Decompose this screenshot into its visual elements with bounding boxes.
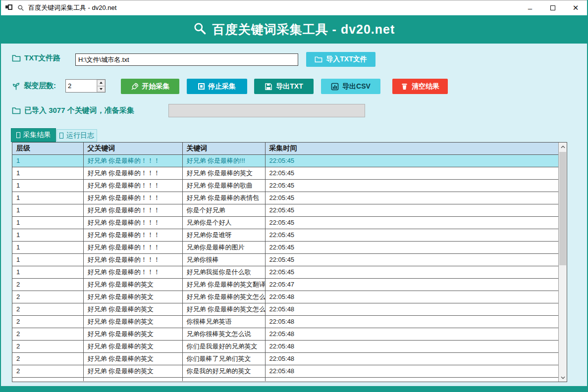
table-cell: 好兄弟 你是最棒的！！！ <box>83 266 182 278</box>
tab-log[interactable]: 运行日志 <box>56 129 97 142</box>
close-button[interactable]: ✕ <box>564 0 587 15</box>
title-bar: 百度关键词采集工具 - dv20.net – ✕ <box>1 0 587 15</box>
table-cell: 好兄弟你是谁呀 <box>182 229 265 241</box>
table-cell: 22:05:45 <box>265 179 558 192</box>
table-cell: 22:05:48 <box>265 365 558 377</box>
status-group: 已导入 3077 个关键词，准备采集 <box>12 106 134 115</box>
table-row[interactable]: 1好兄弟 你是最棒的！！！兄弟你是最棒的图片22:05:45 <box>12 241 558 253</box>
table-cell: 你们是我最好的兄弟英文 <box>182 340 265 352</box>
table-cell: 2 <box>12 352 83 365</box>
table-row[interactable]: 2好兄弟 你是最棒的英文你们是我最好的兄弟英文22:05:48 <box>12 340 558 352</box>
export-txt-button[interactable]: 导出TXT <box>254 79 314 94</box>
table-row[interactable]: 2好兄弟 你是最棒的英文兄弟你很棒英文怎么说22:05:48 <box>12 328 558 340</box>
export-csv-button[interactable]: 导出CSV <box>321 79 380 94</box>
table-cell: 1 <box>12 253 83 266</box>
table-cell: 1 <box>12 179 83 192</box>
start-collect-label: 开始采集 <box>142 82 170 91</box>
table-cell: 2 <box>12 328 83 340</box>
table-cell: 好兄弟我挺你是什么歌 <box>182 266 265 278</box>
scroll-down-button[interactable] <box>559 373 567 382</box>
status-text: 已导入 3077 个关键词，准备采集 <box>24 106 134 115</box>
table-row[interactable]: 2好兄弟 你是最棒的英文好兄弟 你是最棒的英文翻译22:05:47 <box>12 278 558 291</box>
chevron-down-icon <box>561 376 565 379</box>
table-row[interactable]: 1好兄弟 你是最棒的！！！好兄弟我挺你是什么歌22:05:45 <box>12 266 558 278</box>
file-path-input[interactable] <box>75 53 298 66</box>
stop-collect-label: 停止采集 <box>208 82 236 91</box>
table-cell: 好兄弟 你是最棒的！！！ <box>83 253 182 266</box>
file-path-label-group: TXT文件路 <box>12 53 60 63</box>
table-cell: 22:05:45 <box>265 229 558 241</box>
table-cell: 22:05:45 <box>265 192 558 204</box>
table-cell: 你是我的好兄弟的英文 <box>182 365 265 377</box>
table-cell: 22:05:48 <box>265 315 558 328</box>
app-banner: 百度关键词采集工具 - dv20.net <box>1 15 587 44</box>
table-cell: 好兄弟 你是最棒的英文 <box>83 315 182 328</box>
stepper-up-button[interactable] <box>97 80 105 86</box>
table-cell: 2 <box>12 291 83 303</box>
table-cell: 22:05:48 <box>265 340 558 352</box>
trash-icon <box>401 83 408 91</box>
table-cell: 好兄弟 你是最棒的！！！ <box>83 192 182 204</box>
tab-results[interactable]: 采集结果 <box>11 128 56 142</box>
start-collect-button[interactable]: 开始采集 <box>121 79 179 94</box>
table-cell: 好兄弟 你是最棒的英文 <box>83 365 182 377</box>
table-cell: 好兄弟 你是最棒的英文怎么... <box>182 291 265 303</box>
table-cell <box>265 377 558 381</box>
scroll-up-button[interactable] <box>559 143 567 151</box>
table-row[interactable]: 2好兄弟 你是最棒的英文好兄弟 你是最棒的英文怎么...22:05:48 <box>12 303 558 315</box>
import-txt-button[interactable]: 导入TXT文件 <box>306 52 375 67</box>
depth-input[interactable] <box>66 80 97 92</box>
export-csv-label: 导出CSV <box>342 82 371 91</box>
floppy-icon <box>265 83 272 91</box>
export-txt-label: 导出TXT <box>276 82 303 91</box>
table-cell: 好兄弟 你是最棒的英文翻译 <box>182 278 265 291</box>
maximize-button[interactable] <box>541 0 564 15</box>
table-header-row: 层级父关键词关键词采集时间 <box>12 143 558 154</box>
table-row[interactable]: 1好兄弟 你是最棒的！！！你是个好兄弟22:05:45 <box>12 204 558 216</box>
table-cell: 1 <box>12 167 83 179</box>
table-cell: 好兄弟 你是最棒的！！！ <box>83 241 182 253</box>
table-cell: 好兄弟 你是最棒的！！！ <box>83 216 182 229</box>
clear-results-label: 清空结果 <box>412 82 439 91</box>
column-header[interactable]: 关键词 <box>182 143 265 154</box>
table-cell: 好兄弟 你是最棒的!!! <box>182 154 265 167</box>
table-cell: 兄弟你很棒英文怎么说 <box>182 328 265 340</box>
column-header[interactable]: 采集时间 <box>265 143 558 154</box>
table-row[interactable]: 1好兄弟 你是最棒的！！！好兄弟 你是最棒的!!!22:05:45 <box>12 154 558 167</box>
stop-collect-button[interactable]: 停止采集 <box>187 79 247 94</box>
table-row[interactable]: 1好兄弟 你是最棒的！！！好兄弟 你是最棒的英文22:05:45 <box>12 167 558 179</box>
table-cell: 22:05:45 <box>265 266 558 278</box>
table-row[interactable]: 1好兄弟 你是最棒的！！！好兄弟你是谁呀22:05:45 <box>12 229 558 241</box>
table-cell: 好兄弟 你是最棒的！！！ <box>83 154 182 167</box>
minimize-button[interactable]: – <box>519 0 541 15</box>
column-header[interactable]: 父关键词 <box>83 143 182 154</box>
table-cell: 兄弟你是个好人 <box>182 216 265 229</box>
tab-doc-icon <box>16 132 20 138</box>
scrollbar-thumb[interactable] <box>559 152 566 265</box>
table-row[interactable]: 1好兄弟 你是最棒的！！！好兄弟 你是最棒的表情包22:05:45 <box>12 192 558 204</box>
tab-log-label: 运行日志 <box>66 131 94 140</box>
clear-results-button[interactable]: 清空结果 <box>392 79 448 94</box>
table-row[interactable]: 1好兄弟 你是最棒的！！！兄弟你是个好人22:05:45 <box>12 216 558 229</box>
table-cell: 1 <box>12 216 83 229</box>
vertical-scrollbar[interactable] <box>558 143 567 382</box>
seedling-icon <box>12 82 20 91</box>
column-header[interactable]: 层级 <box>12 143 83 154</box>
stop-square-icon <box>198 83 205 90</box>
table-row[interactable]: 1好兄弟 你是最棒的！！！好兄弟 你是最棒的歌曲22:05:45 <box>12 179 558 192</box>
table-cell: 好兄弟 你是最棒的英文 <box>83 278 182 291</box>
table-row[interactable]: 1好兄弟 你是最棒的！！！兄弟你很棒22:05:45 <box>12 253 558 266</box>
table-cell: 你是个好兄弟 <box>182 204 265 216</box>
table-cell <box>83 377 182 381</box>
stepper-down-button[interactable] <box>97 86 105 93</box>
table-cell: 1 <box>12 154 83 167</box>
table-cell: 2 <box>12 278 83 291</box>
table-cell: 1 <box>12 192 83 204</box>
table-row[interactable]: 2好兄弟 你是最棒的英文你很棒兄弟英语22:05:48 <box>12 315 558 328</box>
folder-icon <box>12 54 21 62</box>
progress-bar <box>168 104 365 117</box>
table-row[interactable]: 2好兄弟 你是最棒的英文你是我的好兄弟的英文22:05:48 <box>12 365 558 377</box>
table-cell: 好兄弟 你是最棒的！！！ <box>83 229 182 241</box>
table-row[interactable]: 2好兄弟 你是最棒的英文好兄弟 你是最棒的英文怎么...22:05:48 <box>12 291 558 303</box>
table-row[interactable]: 2好兄弟 你是最棒的英文你们最棒了兄弟们英文22:05:48 <box>12 352 558 365</box>
